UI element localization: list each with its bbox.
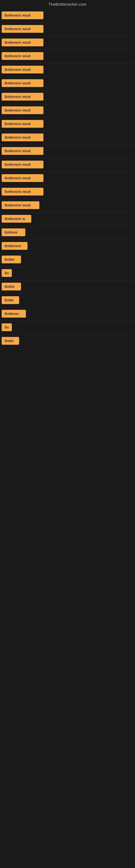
list-item: Bottler [0, 253, 135, 267]
bottleneck-result-badge[interactable]: Bottleneck re [2, 215, 31, 223]
list-item: Bottleneck result [0, 131, 135, 145]
bottleneck-result-badge[interactable]: Bottle [2, 296, 19, 304]
list-item: Bottlene [0, 226, 135, 240]
list-item: Bottleneck result [0, 63, 135, 77]
site-title: TheBottlenecker.com [0, 0, 135, 9]
bottleneck-result-badge[interactable]: Bottleneck result [2, 79, 43, 87]
bottleneck-result-badge[interactable]: Bottle [2, 337, 19, 345]
bottleneck-result-badge[interactable]: Bottleneck result [2, 106, 43, 114]
list-item: Bottleneck result [0, 9, 135, 23]
site-header: TheBottlenecker.com [0, 0, 135, 9]
list-item: Bottleneck result [0, 118, 135, 131]
list-item: Bottleneck [0, 240, 135, 253]
list-item: Bottlenec [0, 308, 135, 321]
list-item: Bottleneck result [0, 172, 135, 186]
list-item: Bottler [0, 280, 135, 294]
list-item: Bottleneck result [0, 145, 135, 158]
bottleneck-result-badge[interactable]: Bottleneck result [2, 188, 43, 195]
bottleneck-result-badge[interactable]: Bo [2, 323, 12, 331]
list-item: Bottleneck result [0, 50, 135, 63]
bottleneck-result-badge[interactable]: Bottleneck result [2, 93, 43, 101]
bottleneck-list: Bottleneck resultBottleneck resultBottle… [0, 9, 135, 348]
list-item: Bottle [0, 294, 135, 308]
bottleneck-result-badge[interactable]: Bottler [2, 255, 21, 264]
list-item: Bottleneck result [0, 104, 135, 118]
list-item: Bottleneck re [0, 213, 135, 226]
bottleneck-result-badge[interactable]: Bottleneck result [2, 25, 43, 33]
list-item: Bottleneck result [0, 186, 135, 199]
bottleneck-result-badge[interactable]: Bottleneck result [2, 147, 43, 155]
list-item: Bottleneck result [0, 199, 135, 213]
bottleneck-result-badge[interactable]: Bottleneck result [2, 120, 43, 128]
list-item: Bottleneck result [0, 36, 135, 50]
list-item: Bottleneck result [0, 91, 135, 104]
list-item: Bo [0, 321, 135, 335]
bottleneck-result-badge[interactable]: Bottleneck [2, 242, 28, 250]
bottleneck-result-badge[interactable]: Bottlene [2, 228, 26, 236]
bottleneck-result-badge[interactable]: Bottleneck result [2, 66, 43, 73]
bottleneck-result-badge[interactable]: Bottleneck result [2, 133, 43, 141]
bottleneck-result-badge[interactable]: Bottlenec [2, 310, 26, 318]
bottleneck-result-badge[interactable]: Bottleneck result [2, 201, 39, 209]
list-item: Bottleneck result [0, 23, 135, 36]
bottleneck-result-badge[interactable]: Bottleneck result [2, 38, 43, 46]
bottleneck-result-badge[interactable]: Bottleneck result [2, 52, 43, 60]
list-item: Bottleneck result [0, 158, 135, 172]
bottleneck-result-badge[interactable]: Bottleneck result [2, 174, 43, 182]
list-item: Bottleneck result [0, 77, 135, 91]
bottleneck-result-badge[interactable]: Bottleneck result [2, 11, 43, 19]
bottleneck-result-badge[interactable]: Bottler [2, 283, 21, 290]
list-item: Bottle [0, 335, 135, 348]
bottleneck-result-badge[interactable]: Bo [2, 269, 12, 277]
list-item: Bo [0, 267, 135, 280]
bottleneck-result-badge[interactable]: Bottleneck result [2, 161, 43, 168]
